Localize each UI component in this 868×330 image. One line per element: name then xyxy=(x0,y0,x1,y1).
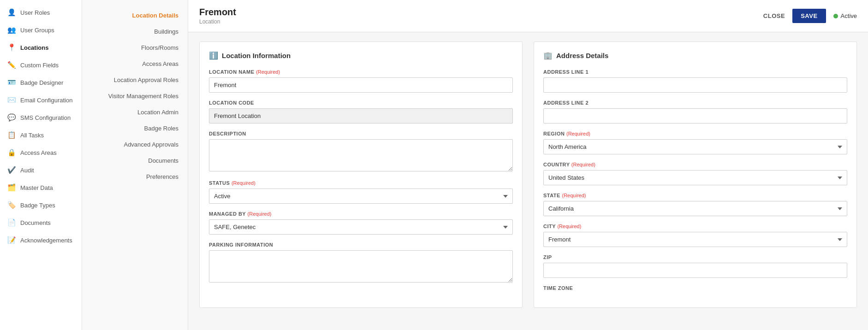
documents-icon: 📄 xyxy=(7,218,16,227)
location-code-group: LOCATION CODE xyxy=(209,100,513,124)
status-dot xyxy=(833,14,838,18)
location-info-title: ℹ️ Location Information xyxy=(209,51,513,60)
region-group: REGION (Required) North America Europe A… xyxy=(543,131,847,154)
header-right: CLOSE SAVE Active xyxy=(763,9,857,23)
main-content: Fremont Location CLOSE SAVE Active ℹ️ Lo… xyxy=(188,0,868,330)
subnav-location-details[interactable]: Location Details xyxy=(82,7,188,24)
address-line2-label: ADDRESS LINE 2 xyxy=(543,100,847,106)
status-required: (Required) xyxy=(232,180,256,186)
sidebar-item-audit[interactable]: ✔️ Audit xyxy=(0,161,82,179)
city-required: (Required) xyxy=(557,224,581,229)
location-name-label: LOCATION NAME (Required) xyxy=(209,69,513,75)
parking-info-group: PARKING INFORMATION xyxy=(209,242,513,284)
managed-by-select[interactable]: SAFE, Genetec xyxy=(209,219,513,235)
state-required: (Required) xyxy=(562,193,586,198)
subnav: Location Details Buildings Floors/Rooms … xyxy=(82,0,188,330)
managed-by-group: MANAGED BY (Required) SAFE, Genetec xyxy=(209,211,513,235)
state-group: STATE (Required) California Texas New Yo… xyxy=(543,193,847,216)
location-code-input[interactable] xyxy=(209,108,513,124)
location-info-section: ℹ️ Location Information LOCATION NAME (R… xyxy=(199,41,523,308)
sidebar-item-documents[interactable]: 📄 Documents xyxy=(0,214,82,231)
subnav-badge-roles[interactable]: Badge Roles xyxy=(82,120,188,136)
sidebar-item-badge-designer[interactable]: 🪪 Badge Designer xyxy=(0,74,82,91)
sidebar: 👤 User Roles 👥 User Groups 📍 Locations ✏… xyxy=(0,0,82,330)
sidebar-item-locations[interactable]: 📍 Locations xyxy=(0,39,82,56)
address-line2-group: ADDRESS LINE 2 xyxy=(543,100,847,124)
custom-fields-icon: ✏️ xyxy=(7,61,16,69)
parking-info-input[interactable] xyxy=(209,250,513,283)
page-header: Fremont Location CLOSE SAVE Active xyxy=(188,0,868,32)
subnav-location-admin[interactable]: Location Admin xyxy=(82,104,188,120)
status-select[interactable]: Active Inactive xyxy=(209,189,513,204)
audit-icon: ✔️ xyxy=(7,166,16,174)
country-group: COUNTRY (Required) United States Canada … xyxy=(543,162,847,185)
address-details-title: 🏢 Address Details xyxy=(543,51,847,60)
locations-icon: 📍 xyxy=(7,43,16,52)
two-col-layout: ℹ️ Location Information LOCATION NAME (R… xyxy=(199,41,857,308)
access-icon: 🔒 xyxy=(7,148,16,157)
address-line1-label: ADDRESS LINE 1 xyxy=(543,69,847,75)
location-name-required: (Required) xyxy=(256,69,280,75)
state-label: STATE (Required) xyxy=(543,193,847,198)
master-data-icon: 🗂️ xyxy=(7,183,16,192)
status-indicator: Active xyxy=(833,12,857,19)
subnav-floors-rooms[interactable]: Floors/Rooms xyxy=(82,40,188,56)
city-select[interactable]: Fremont San Jose Oakland xyxy=(543,232,847,247)
sidebar-item-user-roles[interactable]: 👤 User Roles xyxy=(0,4,82,21)
sidebar-item-user-groups[interactable]: 👥 User Groups xyxy=(0,21,82,39)
subnav-advanced-approvals[interactable]: Advanced Approvals xyxy=(82,136,188,153)
badge-designer-icon: 🪪 xyxy=(7,78,16,87)
status-label: Active xyxy=(841,12,857,19)
sidebar-item-master-data[interactable]: 🗂️ Master Data xyxy=(0,179,82,196)
page-title: Fremont xyxy=(199,7,236,18)
address-line1-group: ADDRESS LINE 1 xyxy=(543,69,847,93)
subnav-preferences[interactable]: Preferences xyxy=(82,169,188,185)
user-roles-icon: 👤 xyxy=(7,8,16,17)
region-select[interactable]: North America Europe Asia Pacific xyxy=(543,139,847,154)
description-input[interactable] xyxy=(209,139,513,171)
content-area: ℹ️ Location Information LOCATION NAME (R… xyxy=(188,32,868,330)
subnav-visitor-management-roles[interactable]: Visitor Management Roles xyxy=(82,88,188,104)
subnav-buildings[interactable]: Buildings xyxy=(82,24,188,40)
subnav-location-approval-roles[interactable]: Location Approval Roles xyxy=(82,72,188,88)
country-select[interactable]: United States Canada Mexico xyxy=(543,170,847,185)
tasks-icon: 📋 xyxy=(7,131,16,139)
location-name-group: LOCATION NAME (Required) xyxy=(209,69,513,93)
country-label: COUNTRY (Required) xyxy=(543,162,847,167)
subnav-documents[interactable]: Documents xyxy=(82,153,188,169)
region-required: (Required) xyxy=(566,131,590,136)
header-left: Fremont Location xyxy=(199,7,236,25)
location-code-label: LOCATION CODE xyxy=(209,100,513,106)
email-icon: ✉️ xyxy=(7,96,16,104)
region-label: REGION (Required) xyxy=(543,131,847,136)
address-details-section: 🏢 Address Details ADDRESS LINE 1 ADDRESS… xyxy=(534,41,857,308)
sidebar-item-access-areas[interactable]: 🔒 Access Areas xyxy=(0,144,82,161)
managed-by-required: (Required) xyxy=(248,211,272,217)
save-button[interactable]: SAVE xyxy=(792,9,826,23)
info-icon: ℹ️ xyxy=(209,51,218,60)
address-icon: 🏢 xyxy=(543,51,553,60)
badge-types-icon: 🏷️ xyxy=(7,201,16,209)
location-name-input[interactable] xyxy=(209,77,513,93)
close-button[interactable]: CLOSE xyxy=(763,12,785,19)
sidebar-item-email-config[interactable]: ✉️ Email Configuration xyxy=(0,91,82,109)
zip-label: ZIP xyxy=(543,254,847,260)
user-groups-icon: 👥 xyxy=(7,26,16,34)
description-label: DESCRIPTION xyxy=(209,131,513,136)
address-line2-input[interactable] xyxy=(543,108,847,124)
zip-group: ZIP xyxy=(543,254,847,278)
state-select[interactable]: California Texas New York xyxy=(543,201,847,216)
sidebar-item-acknowledgements[interactable]: 📝 Acknowledgements xyxy=(0,231,82,249)
acknowledgements-icon: 📝 xyxy=(7,236,16,244)
status-group: STATUS (Required) Active Inactive xyxy=(209,180,513,204)
address-line1-input[interactable] xyxy=(543,77,847,93)
sidebar-item-badge-types[interactable]: 🏷️ Badge Types xyxy=(0,196,82,214)
city-group: CITY (Required) Fremont San Jose Oakland xyxy=(543,224,847,247)
description-group: DESCRIPTION xyxy=(209,131,513,173)
timezone-group: TIME ZONE xyxy=(543,285,847,291)
sidebar-item-all-tasks[interactable]: 📋 All Tasks xyxy=(0,126,82,144)
subnav-access-areas[interactable]: Access Areas xyxy=(82,56,188,72)
sidebar-item-sms-config[interactable]: 💬 SMS Configuration xyxy=(0,109,82,126)
zip-input[interactable] xyxy=(543,263,847,278)
sidebar-item-custom-fields[interactable]: ✏️ Custom Fields xyxy=(0,56,82,74)
